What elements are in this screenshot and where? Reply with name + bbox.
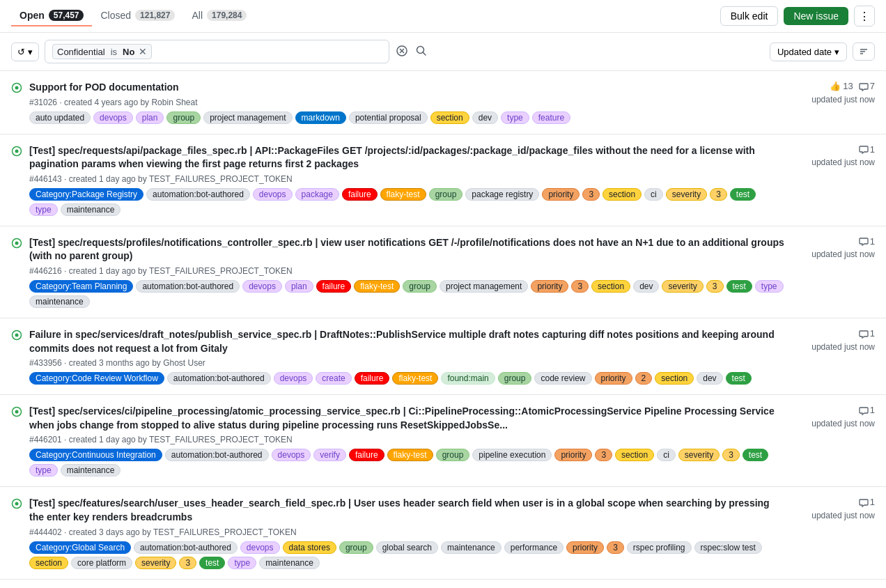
issue-label[interactable]: Category:Team Planning — [29, 280, 133, 293]
issue-label[interactable]: section — [655, 372, 694, 385]
issue-title-link[interactable]: Failure in spec/services/draft_notes/pub… — [29, 329, 775, 354]
issue-label[interactable]: ci — [644, 188, 663, 201]
issue-label[interactable]: maintenance — [61, 203, 121, 216]
issue-label[interactable]: severity — [662, 280, 703, 293]
issue-label[interactable]: verify — [313, 449, 346, 461]
issue-label[interactable]: type — [501, 111, 529, 124]
issue-label[interactable]: section — [591, 280, 630, 293]
filter-tag-remove[interactable]: ✕ — [139, 46, 147, 57]
issue-label[interactable]: ci — [657, 449, 676, 461]
issue-label[interactable]: maintenance — [29, 295, 90, 308]
issue-label[interactable]: flaky-test — [387, 449, 433, 461]
issue-label[interactable]: 3 — [571, 280, 589, 293]
issue-title[interactable]: Support for POD documentation — [29, 81, 784, 95]
issue-label[interactable]: data stores — [283, 541, 336, 554]
issue-label[interactable]: type — [755, 280, 784, 293]
issue-label[interactable]: Category:Package Registry — [29, 188, 143, 201]
issue-label[interactable]: group — [429, 188, 463, 201]
issue-label[interactable]: group — [498, 372, 532, 385]
issue-label[interactable]: maintenance — [259, 557, 320, 569]
issue-label[interactable]: type — [29, 464, 58, 477]
issue-label[interactable]: automation:bot-authored — [167, 372, 271, 385]
issue-label[interactable]: 2 — [635, 372, 653, 385]
issue-label[interactable]: failure — [342, 188, 378, 201]
issue-label[interactable]: 3 — [607, 541, 624, 554]
issue-label[interactable]: section — [603, 188, 642, 201]
sort-button[interactable]: Updated date ▾ — [770, 42, 847, 61]
issue-label[interactable]: maintenance — [61, 464, 121, 477]
issue-label[interactable]: type — [29, 203, 58, 216]
issue-label[interactable]: automation:bot-authored — [134, 541, 238, 554]
issue-label[interactable]: dev — [697, 372, 722, 385]
issue-label[interactable]: section — [29, 557, 68, 569]
issue-label[interactable]: automation:bot-authored — [136, 280, 240, 293]
issue-label[interactable]: automation:bot-authored — [146, 188, 250, 201]
issue-label[interactable]: priority — [566, 541, 604, 554]
issue-label[interactable]: 3 — [595, 449, 612, 461]
issue-label[interactable]: severity — [678, 449, 720, 461]
issue-label[interactable]: group — [166, 111, 201, 124]
tab-all[interactable]: All 179,284 — [183, 6, 255, 26]
issue-label[interactable]: section — [430, 111, 469, 124]
issue-label[interactable]: test — [199, 557, 225, 569]
issue-label[interactable]: group — [403, 280, 437, 293]
issue-label[interactable]: severity — [135, 557, 176, 569]
issue-label[interactable]: section — [615, 449, 654, 461]
more-options-button[interactable]: ⋮ — [854, 6, 875, 26]
issue-label[interactable]: flaky-test — [354, 280, 400, 293]
issue-label[interactable]: found:main — [441, 372, 495, 385]
filter-search-button[interactable] — [414, 44, 428, 60]
issue-label[interactable]: dev — [633, 280, 659, 293]
issue-label[interactable]: test — [730, 188, 756, 201]
issue-title[interactable]: Failure in spec/services/draft_notes/pub… — [29, 328, 784, 355]
issue-label[interactable]: potential proposal — [349, 111, 428, 124]
issue-label[interactable]: flaky-test — [380, 188, 426, 201]
issue-label[interactable]: pipeline execution — [472, 449, 552, 461]
issue-label[interactable]: package registry — [465, 188, 539, 201]
issue-title[interactable]: [Test] spec/requests/profiles/notificati… — [29, 236, 784, 263]
issue-label[interactable]: project management — [203, 111, 292, 124]
issue-label[interactable]: 3 — [582, 188, 600, 201]
issue-title[interactable]: [Test] spec/requests/api/package_files_s… — [29, 144, 784, 171]
issue-label[interactable]: auto updated — [29, 111, 91, 124]
issue-label[interactable]: group — [339, 541, 373, 554]
issue-label[interactable]: priority — [554, 449, 592, 461]
issue-label[interactable]: markdown — [295, 111, 346, 124]
issue-label[interactable]: Category:Continuous Integration — [29, 449, 162, 461]
issue-label[interactable]: severity — [666, 188, 707, 201]
issue-label[interactable]: package — [295, 188, 339, 201]
issue-label[interactable]: performance — [504, 541, 564, 554]
issue-label[interactable]: Category:Global Search — [29, 541, 131, 554]
issue-label[interactable]: devops — [253, 188, 293, 201]
issue-label[interactable]: failure — [349, 449, 384, 461]
issue-label[interactable]: global search — [376, 541, 438, 554]
issue-label[interactable]: test — [743, 449, 768, 461]
issue-title-link[interactable]: [Test] spec/requests/profiles/notificati… — [29, 237, 784, 262]
issue-label[interactable]: 3 — [722, 449, 740, 461]
issue-title-link[interactable]: [Test] spec/features/search/user_uses_he… — [29, 497, 770, 523]
issue-label[interactable]: priority — [542, 188, 580, 201]
filter-input-area[interactable]: Confidential is No ✕ — [45, 40, 389, 63]
issue-label[interactable]: 3 — [179, 557, 196, 569]
issue-label[interactable]: devops — [93, 111, 133, 124]
issue-label[interactable]: flaky-test — [392, 372, 438, 385]
issue-title[interactable]: [Test] spec/features/search/user_uses_he… — [29, 497, 784, 524]
sort-order-button[interactable] — [853, 42, 875, 61]
issue-label[interactable]: failure — [316, 280, 352, 293]
issue-label[interactable]: group — [436, 449, 470, 461]
issue-label[interactable]: priority — [531, 280, 568, 293]
issue-title-link[interactable]: [Test] spec/requests/api/package_files_s… — [29, 145, 755, 170]
issue-label[interactable]: priority — [595, 372, 632, 385]
tab-closed[interactable]: Closed 121,827 — [92, 6, 183, 26]
issue-label[interactable]: plan — [285, 280, 313, 293]
issue-label[interactable]: plan — [136, 111, 164, 124]
issue-label[interactable]: Category:Code Review Workflow — [29, 372, 164, 385]
issue-label[interactable]: type — [228, 557, 256, 569]
issue-label[interactable]: feature — [532, 111, 570, 124]
issue-label[interactable]: 3 — [706, 280, 724, 293]
issue-label[interactable]: failure — [355, 372, 390, 385]
issue-label[interactable]: test — [726, 280, 752, 293]
new-issue-button[interactable]: New issue — [784, 7, 848, 25]
issue-label[interactable]: code review — [534, 372, 591, 385]
issue-label[interactable]: core platform — [71, 557, 132, 569]
